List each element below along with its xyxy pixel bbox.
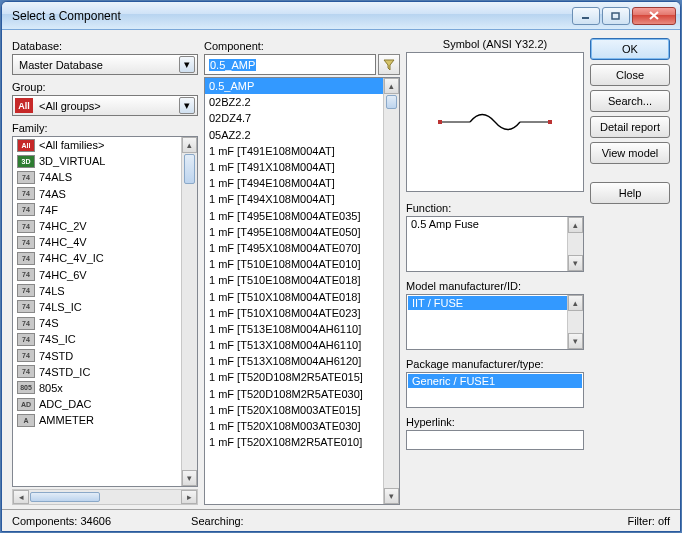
maximize-button[interactable] [602, 7, 630, 25]
scroll-down-icon[interactable]: ▾ [384, 488, 399, 504]
list-item[interactable]: 1 mF [T520D108M2R5ATE030] [205, 386, 383, 402]
list-item[interactable]: 7474S [13, 315, 181, 331]
model-listbox[interactable]: IIT / FUSE ▴ ▾ [406, 294, 584, 350]
funnel-icon [383, 59, 395, 71]
family-item-label: 74LS_IC [39, 301, 82, 313]
list-item[interactable]: 1 mF [T520X108M003ATE015] [205, 402, 383, 418]
component-search-input[interactable]: 0.5_AMP [204, 54, 376, 75]
scroll-up-icon[interactable]: ▴ [568, 217, 583, 233]
list-item[interactable]: 1 mF [T520D108M2R5ATE015] [205, 369, 383, 385]
list-item[interactable]: 7474LS [13, 283, 181, 299]
component-item-label: 1 mF [T491E108M004AT] [209, 145, 335, 157]
list-item[interactable]: 7474S_IC [13, 331, 181, 347]
list-item[interactable]: 0.5_AMP [205, 78, 383, 94]
component-item-label: 1 mF [T494E108M004AT] [209, 177, 335, 189]
list-item[interactable]: 1 mF [T520X108M2R5ATE010] [205, 434, 383, 450]
detail-report-button[interactable]: Detail report [590, 116, 670, 138]
scrollbar-vertical[interactable]: ▴ ▾ [567, 217, 583, 271]
component-item-label: 1 mF [T494X108M004AT] [209, 193, 335, 205]
family-listbox[interactable]: All<All families>3D3D_VIRTUAL7474ALS7474… [12, 136, 198, 487]
list-item[interactable]: 1 mF [T513X108M004AH6120] [205, 353, 383, 369]
list-item[interactable]: 7474LS_IC [13, 299, 181, 315]
component-listbox[interactable]: 0.5_AMP02BZ2.202DZ4.705AZ2.21 mF [T491E1… [204, 77, 400, 505]
group-value: <All groups> [35, 100, 179, 112]
statusbar: Components: 34606 Searching: Filter: off [2, 509, 680, 531]
scroll-thumb[interactable] [30, 492, 100, 502]
list-item[interactable]: 7474F [13, 202, 181, 218]
scrollbar-horizontal[interactable]: ◂ ▸ [12, 489, 198, 505]
scroll-left-icon[interactable]: ◂ [13, 490, 29, 504]
view-model-button[interactable]: View model [590, 142, 670, 164]
list-item[interactable]: 1 mF [T510E108M004ATE018] [205, 272, 383, 288]
list-item[interactable]: 1 mF [T495X108M004ATE070] [205, 240, 383, 256]
list-item[interactable]: 1 mF [T491X108M004AT] [205, 159, 383, 175]
list-item[interactable]: 3D3D_VIRTUAL [13, 153, 181, 169]
scrollbar-vertical[interactable]: ▴ ▾ [383, 78, 399, 504]
list-item[interactable]: 7474STD [13, 347, 181, 363]
list-item[interactable]: 7474STD_IC [13, 364, 181, 380]
scroll-right-icon[interactable]: ▸ [181, 490, 197, 504]
scroll-down-icon[interactable]: ▾ [568, 255, 583, 271]
list-item[interactable]: 1 mF [T513E108M004AH6110] [205, 321, 383, 337]
list-item[interactable]: 05AZ2.2 [205, 127, 383, 143]
database-combo[interactable]: Master Database ▾ [12, 54, 198, 75]
dialog-window: Select a Component Database: Master Data… [1, 1, 681, 532]
search-button[interactable]: Search... [590, 90, 670, 112]
list-item[interactable]: 1 mF [T510X108M004ATE018] [205, 288, 383, 304]
list-item[interactable]: 7474HC_4V_IC [13, 250, 181, 266]
hyperlink-input[interactable] [406, 430, 584, 450]
list-item[interactable]: 1 mF [T520X108M003ATE030] [205, 418, 383, 434]
list-item[interactable]: 1 mF [T495E108M004ATE035] [205, 208, 383, 224]
component-item-label: 1 mF [T513X108M004AH6110] [209, 339, 361, 351]
filter-button[interactable] [378, 54, 400, 75]
family-icon: 74 [17, 252, 35, 265]
close-button[interactable]: Close [590, 64, 670, 86]
list-item[interactable]: 7474HC_6V [13, 267, 181, 283]
scroll-thumb[interactable] [184, 154, 195, 184]
list-item[interactable]: ADADC_DAC [13, 396, 181, 412]
component-item-label: 1 mF [T510E108M004ATE010] [209, 258, 360, 270]
scroll-down-icon[interactable]: ▾ [182, 470, 197, 486]
list-item[interactable]: 1 mF [T494E108M004AT] [205, 175, 383, 191]
list-item[interactable]: AAMMETER [13, 412, 181, 428]
list-item[interactable]: 1 mF [T513X108M004AH6110] [205, 337, 383, 353]
component-label: Component: [204, 40, 400, 52]
scroll-down-icon[interactable]: ▾ [568, 333, 583, 349]
component-item-label: 1 mF [T510E108M004ATE018] [209, 274, 360, 286]
component-item-label: 02DZ4.7 [209, 112, 251, 124]
family-icon: All [17, 139, 35, 152]
list-item[interactable]: All<All families> [13, 137, 181, 153]
list-item[interactable]: 1 mF [T510X108M004ATE023] [205, 305, 383, 321]
scroll-up-icon[interactable]: ▴ [568, 295, 583, 311]
minimize-button[interactable] [572, 7, 600, 25]
package-listbox[interactable]: Generic / FUSE1 [406, 372, 584, 408]
help-button[interactable]: Help [590, 182, 670, 204]
scrollbar-vertical[interactable]: ▴ ▾ [181, 137, 197, 486]
list-item[interactable]: 7474ALS [13, 169, 181, 185]
component-item-label: 1 mF [T520X108M003ATE015] [209, 404, 360, 416]
titlebar[interactable]: Select a Component [2, 2, 680, 30]
scroll-up-icon[interactable]: ▴ [384, 78, 399, 94]
scroll-up-icon[interactable]: ▴ [182, 137, 197, 153]
group-combo[interactable]: All <All groups> ▾ [12, 95, 198, 116]
list-item[interactable]: 02DZ4.7 [205, 110, 383, 126]
list-item[interactable]: 7474HC_4V [13, 234, 181, 250]
fuse-symbol-icon [435, 107, 555, 137]
ok-button[interactable]: OK [590, 38, 670, 60]
scrollbar-vertical[interactable]: ▴ ▾ [567, 295, 583, 349]
list-item[interactable]: 1 mF [T494X108M004AT] [205, 191, 383, 207]
list-item[interactable]: 7474AS [13, 186, 181, 202]
component-item-label: 1 mF [T520X108M2R5ATE010] [209, 436, 362, 448]
component-item-label: 1 mF [T513E108M004AH6110] [209, 323, 361, 335]
list-item[interactable]: 1 mF [T510E108M004ATE010] [205, 256, 383, 272]
scroll-thumb[interactable] [386, 95, 397, 109]
close-window-button[interactable] [632, 7, 676, 25]
list-item[interactable]: 1 mF [T491E108M004AT] [205, 143, 383, 159]
list-item[interactable]: 805805x [13, 380, 181, 396]
list-item[interactable]: 02BZ2.2 [205, 94, 383, 110]
family-item-label: <All families> [39, 139, 104, 151]
component-item-label: 1 mF [T520X108M003ATE030] [209, 420, 360, 432]
list-item[interactable]: 7474HC_2V [13, 218, 181, 234]
list-item[interactable]: 1 mF [T495E108M004ATE050] [205, 224, 383, 240]
status-filter: Filter: off [627, 515, 670, 527]
